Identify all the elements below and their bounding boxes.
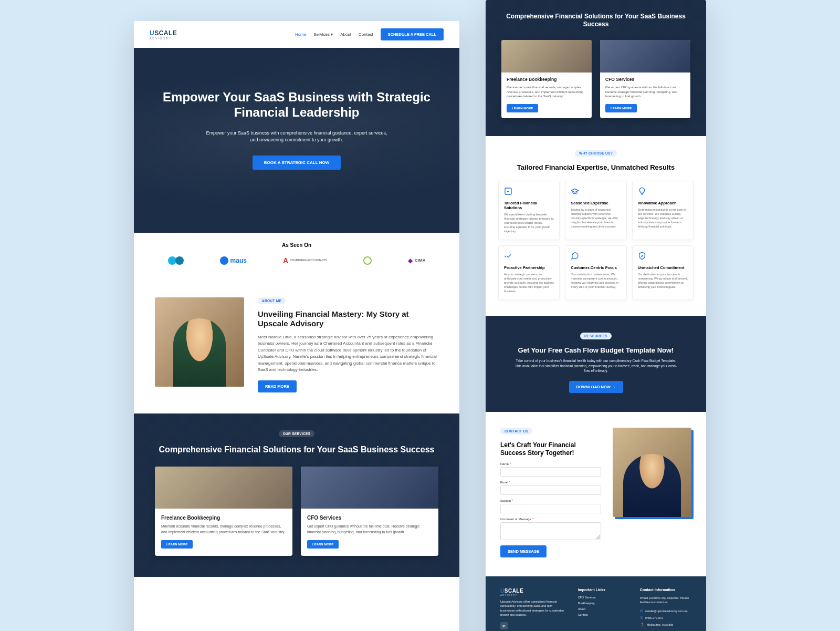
hero-section: Empower Your SaaS Business with Strategi… — [134, 48, 459, 233]
why-title: Tailored Financial Expertise, Unmatched … — [498, 163, 694, 171]
nav-contact[interactable]: Contact — [359, 32, 373, 37]
card-cfo: CFO Services Get expert CFO guidance wit… — [301, 467, 438, 555]
why-card-desc: Backed by a team of seasoned financial e… — [571, 208, 621, 229]
contact-photo — [613, 428, 691, 517]
handshake-icon — [504, 252, 512, 260]
learn-more-button[interactable]: LEARN MORE — [307, 540, 339, 549]
about-title: Unveiling Financial Mastery: My Story at… — [258, 309, 438, 329]
nav-links: Home Services ▾ About Contact SCHEDULE A… — [295, 28, 444, 40]
nav-services[interactable]: Services ▾ — [313, 32, 333, 37]
bulb-icon — [638, 187, 646, 195]
email-label: Email * — [500, 481, 601, 484]
footer-contact-title: Contact Information — [640, 588, 691, 592]
nav-about[interactable]: About — [340, 32, 351, 37]
card-desc: Get expert CFO guidance without the full… — [605, 85, 685, 99]
linkedin-icon[interactable]: in — [500, 622, 508, 629]
shield-icon — [638, 252, 646, 260]
card-title: Freelance Bookkeeping — [161, 515, 286, 521]
target-icon — [504, 187, 512, 195]
footer-link[interactable]: About — [578, 607, 629, 611]
card-title: Freelance Bookkeeping — [507, 77, 586, 82]
nav-cta-button[interactable]: SCHEDULE A FREE CALL — [381, 28, 444, 40]
send-message-button[interactable]: SEND MESSAGE — [500, 545, 547, 557]
footer: USCALE ADVISORY Upscale Advisory offers … — [486, 576, 706, 631]
why-card-title: Tailored Financial Solutions — [504, 201, 554, 210]
card-cfo: CFO Services Get expert CFO guidance wit… — [600, 40, 690, 118]
name-label: Name * — [500, 462, 601, 466]
why-card-title: Proactive Partnership — [504, 265, 554, 270]
message-input[interactable] — [500, 522, 601, 540]
footer-link[interactable]: Bookkeeping — [578, 602, 629, 605]
as-seen-section: As Seen On maus ACHARTERED ACCOUNTANTS ◆… — [134, 233, 459, 278]
learn-more-button[interactable]: LEARN MORE — [507, 104, 538, 112]
why-card: Proactive Partnership As your strategic … — [498, 245, 560, 300]
about-tag: ABOUT ME — [258, 297, 286, 304]
resources-section: RESOURCES Get Your Free Cash Flow Budget… — [486, 316, 706, 412]
why-card: Tailored Financial Solutions We speciali… — [498, 181, 560, 240]
card-desc: Maintain accurate financial records, man… — [507, 85, 586, 99]
about-content: ABOUT ME Unveiling Financial Mastery: My… — [258, 297, 438, 393]
why-card-desc: Your satisfaction matters most. We maint… — [571, 273, 621, 289]
navbar: USCALE ADVISORY Home Services ▾ About Co… — [134, 21, 459, 48]
footer-contact: Contact Information Would you have any e… — [640, 588, 691, 629]
email-input[interactable] — [500, 485, 601, 495]
hero-cta-button[interactable]: BOOK A STRATEGIC CALL NOW — [253, 156, 341, 170]
contact-email[interactable]: ✉narelle@upscaleadvisory.com.au — [640, 609, 691, 613]
resources-title: Get Your Free Cash Flow Budget Template … — [501, 346, 690, 354]
why-card: Customer-Centric Focus Your satisfaction… — [565, 245, 626, 300]
why-card-title: Unmatched Commitment — [638, 265, 688, 270]
contact-location: 📍Melbourne, Australia — [640, 623, 691, 627]
page-left-mock: USCALE ADVISORY Home Services ▾ About Co… — [134, 21, 459, 631]
services-section: OUR SERVICES Comprehensive Financial Sol… — [134, 413, 459, 576]
logo-sub: ADVISORY — [150, 37, 177, 40]
card-title: CFO Services — [605, 77, 685, 82]
services-section-top: Comprehensive Financial Solutions for Yo… — [486, 0, 706, 136]
message-label: Comment or Message * — [500, 518, 601, 521]
about-cta-button[interactable]: READ MORE — [258, 380, 297, 392]
footer-contact-intro: Would you have any enquiries. Please fee… — [640, 596, 691, 605]
footer-link[interactable]: Contact — [578, 613, 629, 616]
about-body: Meet Narelle Little, a seasoned strategi… — [258, 334, 438, 373]
partner-logos: maus ACHARTERED ACCOUNTANTS ◆CIMA — [150, 256, 444, 265]
resources-tag: RESOURCES — [580, 333, 612, 339]
why-card: Seasoned Expertise Backed by a team of s… — [565, 181, 626, 240]
card-title: CFO Services — [307, 515, 432, 521]
resources-body: Take control of your business's financia… — [514, 358, 677, 374]
about-photo — [155, 297, 244, 387]
service-cards: Freelance Bookkeeping Maintain accurate … — [501, 40, 690, 118]
why-card-desc: As your strategic partners, we anticipat… — [504, 273, 554, 294]
service-cards: Freelance Bookkeeping Maintain accurate … — [155, 467, 438, 555]
logo-xero — [168, 256, 184, 265]
name-input[interactable] — [500, 467, 601, 477]
contact-form: CONTACT US Let's Craft Your Financial Su… — [500, 428, 601, 557]
footer-link[interactable]: CFO Services — [578, 596, 629, 599]
why-card-desc: Embracing innovation is at the core of o… — [638, 208, 688, 229]
footer-brand: USCALE ADVISORY Upscale Advisory offers … — [500, 588, 568, 629]
contact-title: Let's Craft Your Financial Success Story… — [500, 441, 601, 457]
as-seen-title: As Seen On — [150, 242, 444, 248]
card-image — [501, 40, 592, 73]
card-desc: Maintain accurate financial records, man… — [161, 524, 286, 534]
learn-more-button[interactable]: LEARN MORE — [605, 104, 637, 112]
contact-section: CONTACT US Let's Craft Your Financial Su… — [486, 412, 706, 576]
card-bookkeeping: Freelance Bookkeeping Maintain accurate … — [155, 467, 292, 555]
why-choose-section: WHY CHOOSE US? Tailored Financial Expert… — [486, 136, 706, 316]
pin-icon: 📍 — [640, 623, 645, 627]
subject-input[interactable] — [500, 504, 601, 513]
learn-more-button[interactable]: LEARN MORE — [161, 540, 193, 549]
contact-phone[interactable]: ✆0466-279-672 — [640, 616, 691, 620]
hero-subtitle: Empower your SaaS business with comprehe… — [202, 130, 391, 144]
services-title: Comprehensive Financial Solutions for Yo… — [155, 444, 438, 455]
logo-cima: ◆CIMA — [408, 257, 425, 264]
why-card: Unmatched Commitment Our dedication to y… — [632, 245, 694, 300]
page-right-mock: Comprehensive Financial Solutions for Yo… — [486, 0, 706, 631]
card-bookkeeping: Freelance Bookkeeping Maintain accurate … — [501, 40, 592, 118]
nav-home[interactable]: Home — [295, 32, 306, 37]
brand-logo[interactable]: USCALE ADVISORY — [150, 29, 177, 40]
contact-tag: CONTACT US — [500, 428, 532, 435]
why-card-title: Innovative Approach — [638, 201, 688, 205]
why-card-desc: We specialize in crafting bespoke financ… — [504, 213, 554, 234]
hero-title: Empower Your SaaS Business with Strategi… — [155, 90, 438, 120]
download-button[interactable]: DOWNLOAD NOW → — [569, 381, 623, 393]
footer-logo[interactable]: USCALE ADVISORY — [500, 588, 568, 596]
